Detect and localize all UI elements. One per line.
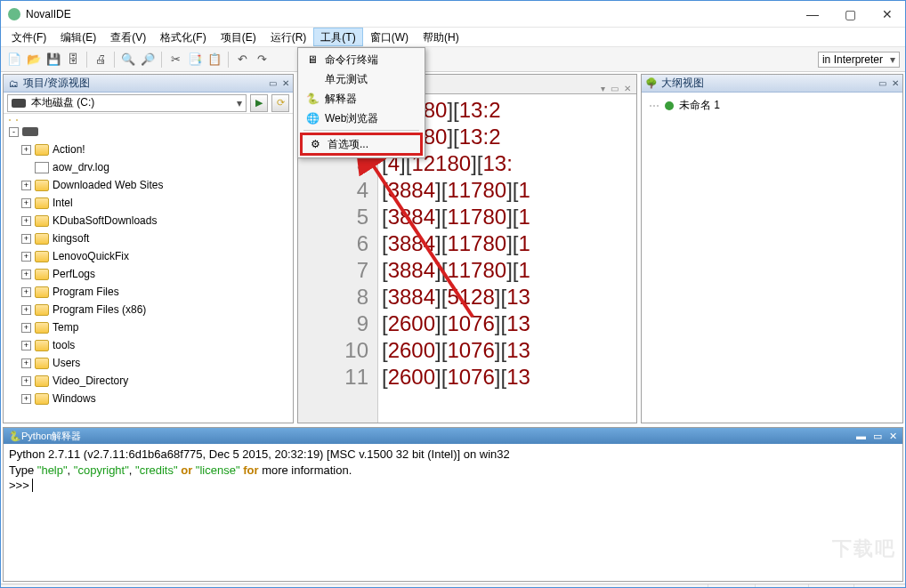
dropdown-item[interactable]: 单元测试 <box>300 69 423 89</box>
expand-icon[interactable]: + <box>21 376 31 386</box>
menu-item[interactable]: 帮助(H) <box>416 28 466 46</box>
maximize-button[interactable]: ▢ <box>839 7 861 21</box>
dropdown-item[interactable]: 🌐Web浏览器 <box>300 109 423 128</box>
tree-folder[interactable]: +PerfLogs <box>5 265 291 283</box>
folder-open-icon[interactable] <box>16 119 18 121</box>
interpreter-select[interactable]: in Interpreter <box>818 52 900 68</box>
menu-icon: 🖥 <box>305 52 320 67</box>
tree-folder[interactable]: +Video_Directory <box>5 372 291 390</box>
dropdown-item[interactable]: 🖥命令行终端 <box>300 50 423 69</box>
expand-icon[interactable]: + <box>21 305 31 315</box>
folder-open-icon[interactable] <box>9 119 11 121</box>
tree-folder[interactable]: +tools <box>5 336 291 354</box>
tree-folder[interactable]: +Intel <box>5 194 291 212</box>
menu-item[interactable]: 工具(T) <box>313 28 362 46</box>
expand-icon[interactable]: + <box>21 198 31 208</box>
expand-icon[interactable]: + <box>21 145 31 155</box>
paste-icon[interactable]: 📋 <box>206 52 222 68</box>
folder-icon <box>35 197 49 209</box>
copy-icon[interactable]: 📑 <box>187 52 203 68</box>
tree-label: LenovoQuickFix <box>53 250 129 262</box>
tools-dropdown: 🖥命令行终端单元测试🐍解释器🌐Web浏览器⚙首选项... <box>297 47 425 158</box>
tree-label: kingsoft <box>53 232 89 245</box>
go-button[interactable]: ▶ <box>250 94 268 112</box>
expand-icon[interactable]: + <box>21 323 31 333</box>
search-icon[interactable]: 🔍 <box>120 52 136 68</box>
console-output[interactable]: Python 2.7.11 (v2.7.11:6d1b6a68f775, Dec… <box>4 444 902 496</box>
tree-folder[interactable]: - <box>5 123 291 141</box>
folder-icon <box>35 393 49 405</box>
console-close-icon[interactable]: ✕ <box>889 431 897 442</box>
tab-menu-icon[interactable]: ▭ <box>611 84 619 93</box>
open-icon[interactable]: 📂 <box>26 52 42 68</box>
tree-folder[interactable]: +Temp <box>5 318 291 336</box>
menu-item[interactable]: 文件(F) <box>4 28 53 46</box>
new-file-icon[interactable]: 📄 <box>6 52 22 68</box>
tab-list-icon[interactable]: ▾ <box>601 84 605 93</box>
menu-item[interactable]: 项目(E) <box>214 28 263 46</box>
panel-pin-icon[interactable]: ▭ <box>269 78 277 88</box>
refresh-button[interactable]: ⟳ <box>271 94 289 112</box>
console-min-icon[interactable]: ▬ <box>856 431 866 442</box>
expand-icon[interactable]: + <box>21 358 31 368</box>
save-all-icon[interactable]: 🗄 <box>65 52 81 68</box>
file-tree[interactable]: -+Action!aow_drv.log+Downloaded Web Site… <box>4 114 293 423</box>
save-icon[interactable]: 💾 <box>45 52 61 68</box>
tree-folder[interactable]: +LenovoQuickFix <box>5 247 291 265</box>
expand-icon[interactable]: + <box>21 394 31 404</box>
expand-icon[interactable]: + <box>21 234 31 244</box>
menu-item[interactable]: 格式化(F) <box>153 28 213 46</box>
menu-item[interactable]: 运行(R) <box>263 28 314 46</box>
drive-select[interactable]: 本地磁盘 (C:) <box>7 94 247 112</box>
menu-item[interactable]: 编辑(E) <box>53 28 103 46</box>
outline-panel-header: 🌳 大纲视图 ▭✕ <box>642 75 902 93</box>
dropdown-item-preferences[interactable]: ⚙首选项... <box>300 133 423 156</box>
dropdown-label: 单元测试 <box>325 72 368 87</box>
app-icon <box>8 8 20 20</box>
tree-folder[interactable]: +Windows <box>5 390 291 407</box>
tree-label: aow_drv.log <box>53 161 109 173</box>
tree-folder[interactable]: +Program Files <box>5 283 291 301</box>
panel-close-icon[interactable]: ✕ <box>892 78 899 88</box>
drive-label: 本地磁盘 (C:) <box>31 95 94 110</box>
outline-panel-title: 大纲视图 <box>661 76 704 91</box>
print-icon[interactable]: 🖨 <box>93 52 109 68</box>
expand-icon[interactable]: + <box>21 287 31 297</box>
tree-folder[interactable]: +Action! <box>5 141 291 158</box>
folder-icon <box>35 269 49 280</box>
status-encoding: ASCII <box>755 584 808 588</box>
folder-icon <box>35 144 49 156</box>
tree-folder[interactable]: +Program Files (x86) <box>5 301 291 318</box>
panel-pin-icon[interactable]: ▭ <box>878 78 886 88</box>
expand-icon[interactable]: + <box>21 252 31 262</box>
tree-folder[interactable]: +kingsoft <box>5 230 291 247</box>
undo-icon[interactable]: ↶ <box>234 52 250 68</box>
menu-item[interactable]: 窗口(W) <box>363 28 416 46</box>
expand-icon[interactable]: - <box>9 127 19 137</box>
folder-icon <box>35 215 49 227</box>
tree-folder[interactable]: +Downloaded Web Sites <box>5 176 291 194</box>
tree-folder[interactable]: +KDubaSoftDownloads <box>5 212 291 230</box>
console-line: Type "help", "copyright", "credits" or "… <box>9 463 897 479</box>
expand-icon[interactable]: + <box>21 341 31 350</box>
redo-icon[interactable]: ↷ <box>254 52 270 68</box>
tree-folder[interactable]: +Users <box>5 354 291 372</box>
search-files-icon[interactable]: 🔎 <box>140 52 156 68</box>
tree-label: Downloaded Web Sites <box>53 179 164 191</box>
outline-item[interactable]: ⋯ 未命名 1 <box>649 98 895 113</box>
cut-icon[interactable]: ✂ <box>167 52 183 68</box>
console-max-icon[interactable]: ▭ <box>873 431 882 442</box>
console-panel: 🐍 Python解释器 ▬ ▭ ✕ Python 2.7.11 (v2.7.11… <box>3 427 903 582</box>
panel-close-icon[interactable]: ✕ <box>282 78 289 88</box>
expand-icon[interactable]: + <box>21 181 31 190</box>
expand-icon[interactable]: + <box>21 216 31 226</box>
tab-close-icon[interactable]: ✕ <box>624 84 631 93</box>
tree-label: Temp <box>53 321 78 334</box>
tree-file[interactable]: aow_drv.log <box>5 158 291 176</box>
menu-item[interactable]: 查看(V) <box>103 28 153 46</box>
minimize-button[interactable]: — <box>802 7 823 21</box>
outline-panel: 🌳 大纲视图 ▭✕ ⋯ 未命名 1 <box>641 74 903 423</box>
expand-icon[interactable]: + <box>21 270 31 279</box>
close-button[interactable]: ✕ <box>877 7 898 21</box>
dropdown-item[interactable]: 🐍解释器 <box>300 89 423 109</box>
